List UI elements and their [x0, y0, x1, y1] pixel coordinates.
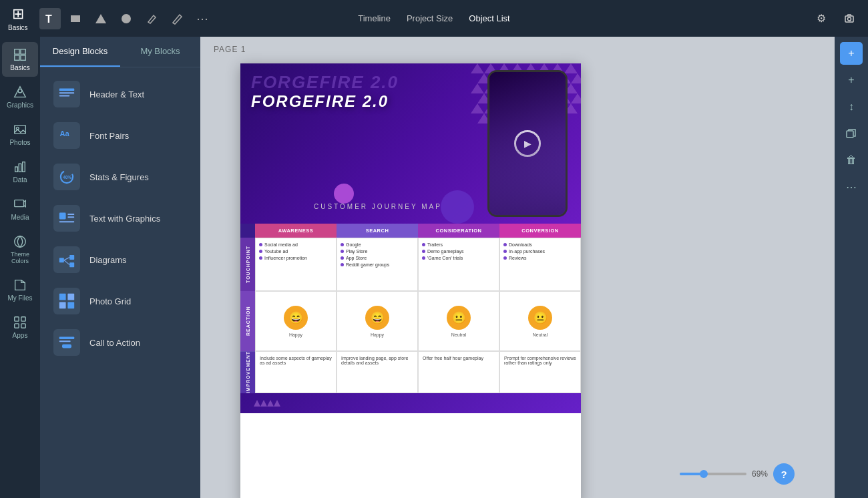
header-conversion: CONVERSION — [499, 224, 581, 238]
svg-rect-41 — [59, 302, 66, 308]
footer-bar — [240, 393, 581, 413]
svg-marker-78 — [471, 103, 484, 113]
svg-point-19 — [15, 236, 26, 248]
design-blocks-panel: Design Blocks My Blocks Header & Text Aa… — [40, 37, 200, 498]
panel-tabs: Design Blocks My Blocks — [40, 37, 200, 67]
reaction-consideration: 😐 Neutral — [418, 291, 499, 351]
block-item-photo-grid[interactable]: Photo Grid — [44, 281, 196, 321]
svg-rect-32 — [67, 216, 74, 218]
delete-button[interactable]: 🗑 — [840, 149, 863, 172]
font-pairs-icon: Aa — [53, 122, 80, 149]
sidebar-item-graphics[interactable]: Graphics — [2, 79, 38, 114]
svg-marker-93 — [260, 400, 267, 407]
svg-rect-31 — [67, 214, 74, 215]
timeline-link[interactable]: Timeline — [358, 13, 391, 23]
footer-triangles — [254, 397, 294, 410]
svg-rect-26 — [59, 95, 69, 96]
journey-map: AWARENESS SEARCH CONSIDERATION CONVERSIO… — [240, 224, 581, 393]
pencil-tool[interactable] — [166, 8, 188, 29]
svg-rect-96 — [847, 131, 853, 138]
block-item-text-graphics[interactable]: Text with Graphics — [44, 198, 196, 238]
toolbar-left: ⊞ Basics T ⋯ — [8, 5, 213, 31]
sidebar-item-photos[interactable]: Photos — [2, 117, 38, 152]
improvement-row: IMPROVEMENT Include some aspects of game… — [240, 351, 581, 393]
more-tools[interactable]: ⋯ — [192, 8, 213, 29]
emoji-happy-1: 😄 — [284, 306, 308, 330]
zoom-slider[interactable] — [680, 473, 746, 475]
move-up-button[interactable]: + — [840, 69, 863, 91]
triangle-tool[interactable] — [90, 8, 112, 29]
svg-rect-18 — [15, 200, 24, 207]
svg-marker-2 — [95, 14, 106, 23]
circle-tool[interactable] — [116, 8, 137, 29]
canvas-content[interactable]: ▶ FORGEFIRE 2.0 FORGEFIRE 2.0 CUSTOMER J… — [240, 63, 581, 498]
svg-line-37 — [64, 258, 69, 260]
top-nav: Timeline Project Size Object List — [358, 13, 509, 23]
reaction-label: REACTION — [240, 291, 255, 351]
svg-marker-77 — [571, 93, 581, 103]
pen-tool[interactable] — [141, 8, 162, 29]
object-list-link[interactable]: Object List — [469, 13, 509, 23]
rectangle-tool[interactable] — [65, 8, 86, 29]
canvas-area: PAGE 1 — [200, 37, 835, 498]
sidebar-item-basics[interactable]: Basics — [2, 42, 38, 77]
block-item-stats[interactable]: 40% Stats & Figures — [44, 157, 196, 197]
sidebar-item-apps[interactable]: Apps — [2, 310, 38, 344]
circle-indigo — [441, 190, 474, 224]
duplicate-button[interactable] — [840, 122, 863, 145]
emoji-happy-2: 😄 — [365, 306, 389, 330]
add-element-button[interactable]: + — [840, 42, 863, 65]
photo-grid-label: Photo Grid — [89, 296, 131, 306]
svg-marker-95 — [274, 400, 280, 407]
diagrams-label: Diagrams — [89, 255, 127, 265]
photo-grid-icon — [53, 288, 80, 314]
svg-rect-39 — [59, 294, 66, 300]
settings-icon[interactable]: ⚙ — [811, 8, 832, 29]
tab-design-blocks[interactable]: Design Blocks — [40, 37, 120, 67]
block-item-font-pairs[interactable]: Aa Font Pairs — [44, 115, 196, 156]
zoom-percentage: 69% — [752, 469, 768, 479]
more-options-button[interactable]: ⋯ — [840, 176, 863, 198]
text-graphics-label: Text with Graphics — [89, 214, 160, 224]
zoom-bar: 69% ? — [680, 463, 795, 485]
block-item-diagrams[interactable]: Diagrams — [44, 240, 196, 280]
svg-point-6 — [847, 17, 851, 21]
diagrams-icon — [53, 246, 80, 273]
customer-journey-subtitle: CUSTOMER JOURNEY MAP — [314, 203, 442, 210]
tab-my-blocks[interactable]: My Blocks — [120, 37, 200, 67]
svg-rect-44 — [59, 340, 71, 342]
emoji-neutral-1: 😐 — [447, 306, 471, 330]
game-title-bg: FORGEFIRE 2.0 — [251, 73, 399, 91]
touchpoint-conversion: Downloads In-app purchases Reviews — [499, 238, 581, 291]
touchpoint-consideration: Trailers Demo gameplays 'Game Con' trial… — [418, 238, 499, 291]
project-size-link[interactable]: Project Size — [407, 13, 453, 23]
touchpoint-label: TOUCHPOINT — [240, 238, 255, 291]
screenshot-icon[interactable] — [839, 8, 860, 29]
text-tool[interactable]: T — [39, 8, 61, 29]
improvement-consideration: Offer free half hour gameplay — [418, 351, 499, 393]
help-button[interactable]: ? — [773, 463, 795, 485]
move-vertical-button[interactable]: ↕ — [840, 95, 863, 118]
reaction-awareness: 😄 Happy — [255, 291, 337, 351]
sidebar-item-data[interactable]: Data — [2, 154, 38, 189]
svg-rect-21 — [21, 317, 25, 321]
touchpoint-search: Google Play Store App Store Reddit gamer… — [337, 238, 418, 291]
svg-rect-8 — [21, 49, 25, 54]
touchpoint-awareness: Social media ad Youtube ad Influencer pr… — [255, 238, 337, 291]
improvement-label: IMPROVEMENT — [240, 351, 255, 393]
svg-marker-92 — [254, 400, 260, 407]
toolbar-right: ⚙ — [811, 8, 860, 29]
sidebar-item-files[interactable]: My Files — [2, 272, 38, 307]
header-text-icon — [53, 81, 80, 107]
block-item-header-text[interactable]: Header & Text — [44, 74, 196, 114]
svg-rect-23 — [21, 324, 25, 328]
svg-rect-10 — [21, 55, 25, 60]
svg-rect-25 — [59, 92, 74, 93]
design-header: ▶ FORGEFIRE 2.0 FORGEFIRE 2.0 CUSTOMER J… — [240, 63, 581, 224]
sidebar-item-media[interactable]: Media — [2, 192, 38, 226]
svg-rect-16 — [19, 164, 21, 172]
sidebar-item-theme[interactable]: Theme Colors — [2, 229, 38, 270]
svg-rect-42 — [67, 302, 74, 308]
basics-button[interactable]: ⊞ Basics — [8, 5, 27, 31]
block-item-cta[interactable]: Call to Action — [44, 322, 196, 362]
